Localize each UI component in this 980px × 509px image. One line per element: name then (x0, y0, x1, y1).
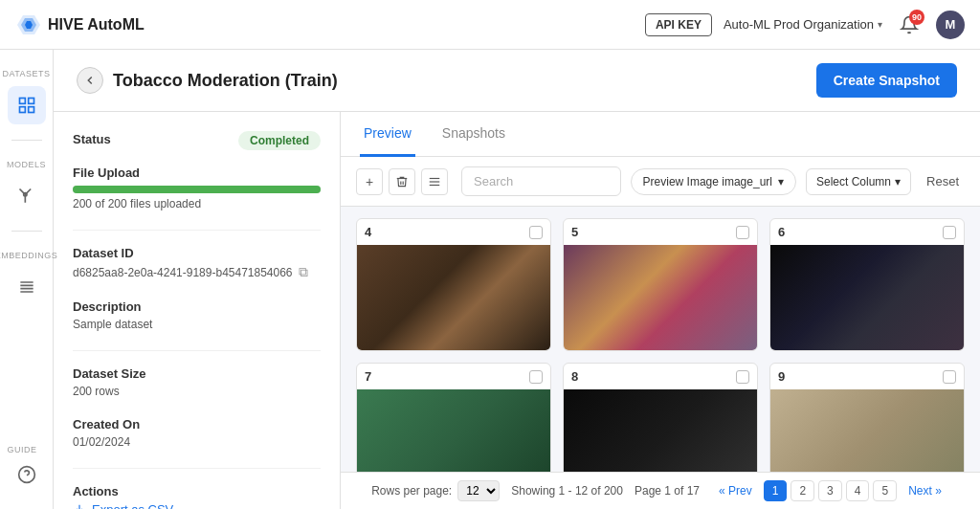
image-card-header-5: 5 (564, 219, 757, 245)
page-2-button[interactable]: 2 (791, 480, 814, 501)
page-3-button[interactable]: 3 (818, 480, 842, 501)
image-card-num-5: 5 (571, 225, 578, 239)
image-thumb-7[interactable] (357, 389, 550, 472)
page-label: Page 1 of 17 (635, 484, 700, 498)
reset-button[interactable]: Reset (921, 168, 965, 194)
avatar[interactable]: M (936, 11, 965, 39)
back-button[interactable] (77, 67, 103, 94)
pagination-bar: Rows per page: 12 24 48 Showing 1 - 12 o… (341, 472, 980, 509)
models-label: MODELS (7, 160, 46, 169)
sidebar-item-datasets[interactable] (8, 86, 46, 124)
org-selector[interactable]: Auto-ML Prod Organization ▾ (724, 17, 882, 32)
page-5-button[interactable]: 5 (873, 480, 897, 501)
dataset-size-label: Dataset Size (73, 366, 321, 381)
svg-rect-5 (19, 107, 25, 113)
menu-button[interactable] (421, 168, 448, 195)
actions-section: Actions Export as CSV (73, 484, 321, 509)
notification-button[interactable]: 90 (894, 10, 924, 40)
status-badge: Completed (238, 131, 321, 150)
description-value: Sample dataset (73, 318, 321, 331)
api-key-button[interactable]: API KEY (645, 13, 712, 36)
dataset-id-label: Dataset ID (73, 246, 321, 260)
image-thumb-6[interactable] (770, 245, 964, 350)
grid-icon (17, 96, 36, 115)
logo-area: HIVE AutoML (15, 11, 145, 38)
divider-1 (73, 230, 321, 231)
actions-label: Actions (73, 484, 321, 498)
sidebar-item-embeddings[interactable] (8, 268, 46, 306)
help-icon (17, 465, 36, 484)
column-selector[interactable]: Select Column ▾ (806, 168, 911, 195)
image-card-header-4: 4 (357, 219, 550, 245)
image-thumb-9[interactable] (770, 389, 964, 472)
datasets-label: DATASETS (2, 69, 50, 78)
image-card-checkbox-5[interactable] (736, 226, 749, 239)
sidebar-bottom: GUIDE (8, 441, 46, 494)
image-card-checkbox-9[interactable] (943, 370, 956, 384)
sidebar-item-models[interactable] (8, 177, 46, 215)
sidebar-divider-2 (11, 231, 42, 232)
create-snapshot-button[interactable]: Create Snapshot (816, 63, 957, 98)
tab-snapshots[interactable]: Snapshots (438, 112, 509, 157)
prev-page-button[interactable]: « Prev (711, 481, 760, 500)
image-thumb-8[interactable] (564, 389, 757, 472)
rows-per-page-select[interactable]: 12 24 48 (457, 480, 500, 501)
main-content: Tobacco Moderation (Train) Create Snapsh… (54, 50, 980, 509)
delete-button[interactable] (389, 168, 415, 195)
image-card-header-8: 8 (564, 364, 757, 389)
image-card-num-9: 9 (778, 369, 785, 384)
next-page-button[interactable]: Next » (901, 481, 949, 500)
page-title-row: Tobacco Moderation (Train) (77, 67, 338, 94)
status-label: Status (73, 132, 111, 146)
image-card-checkbox-6[interactable] (943, 226, 956, 239)
sidebar-divider-1 (11, 140, 42, 141)
image-card-num-7: 7 (365, 369, 371, 384)
file-upload-desc: 200 of 200 files uploaded (73, 197, 321, 210)
svg-rect-6 (28, 107, 33, 113)
sidebar-item-guide[interactable] (8, 455, 46, 494)
image-thumb-5[interactable] (564, 245, 757, 350)
add-row-button[interactable]: + (356, 168, 383, 195)
guide-label: GUIDE (8, 445, 37, 454)
image-thumb-4[interactable] (357, 245, 550, 350)
search-input[interactable] (461, 166, 621, 196)
org-name: Auto-ML Prod Organization (724, 17, 874, 32)
image-card-9: 9 (769, 363, 965, 472)
tab-preview[interactable]: Preview (360, 112, 415, 157)
embed-icon (17, 277, 36, 297)
image-card-checkbox-4[interactable] (529, 226, 543, 239)
dataset-id-section: Dataset ID d6825aa8-2e0a-4241-9189-b4547… (73, 246, 321, 280)
image-grid-wrap: 4 5 6 (341, 207, 980, 472)
toolbar: + (341, 157, 980, 207)
content-area: Status Completed File Upload 200 of 200 … (54, 112, 980, 509)
export-csv-link[interactable]: Export as CSV (73, 502, 321, 509)
description-label: Description (73, 299, 321, 314)
right-panel: Preview Snapshots + (341, 112, 980, 509)
image-card-header-9: 9 (770, 364, 964, 389)
created-on-section: Created On 01/02/2024 (73, 417, 321, 449)
divider-3 (73, 468, 321, 469)
copy-icon[interactable]: ⧉ (299, 264, 308, 280)
svg-rect-3 (19, 99, 25, 104)
image-card-8: 8 (563, 363, 758, 472)
export-label: Export as CSV (92, 502, 173, 509)
image-card-7: 7 (356, 363, 551, 472)
search-input-wrap (461, 166, 621, 196)
hive-logo-icon (15, 11, 42, 38)
file-upload-label: File Upload (73, 166, 321, 180)
page-nav: « Prev 1 2 3 4 5 Next » (711, 480, 949, 501)
toolbar-actions: + (356, 168, 448, 195)
page-4-button[interactable]: 4 (846, 480, 870, 501)
page-1-button[interactable]: 1 (764, 480, 788, 501)
filter-dropdown[interactable]: Preview Image image_url ▾ (631, 168, 796, 195)
trash-icon (395, 175, 409, 188)
image-card-4: 4 (356, 218, 551, 351)
dataset-size-value: 200 rows (73, 385, 321, 398)
dataset-id-value: d6825aa8-2e0a-4241-9189-b45471854066 (73, 266, 293, 279)
image-grid: 4 5 6 (356, 218, 965, 472)
image-card-checkbox-8[interactable] (736, 370, 749, 384)
file-upload-section: File Upload 200 of 200 files uploaded (73, 166, 321, 210)
models-icon (17, 187, 36, 206)
app-header: HIVE AutoML API KEY Auto-ML Prod Organiz… (0, 0, 980, 50)
image-card-checkbox-7[interactable] (529, 370, 543, 384)
